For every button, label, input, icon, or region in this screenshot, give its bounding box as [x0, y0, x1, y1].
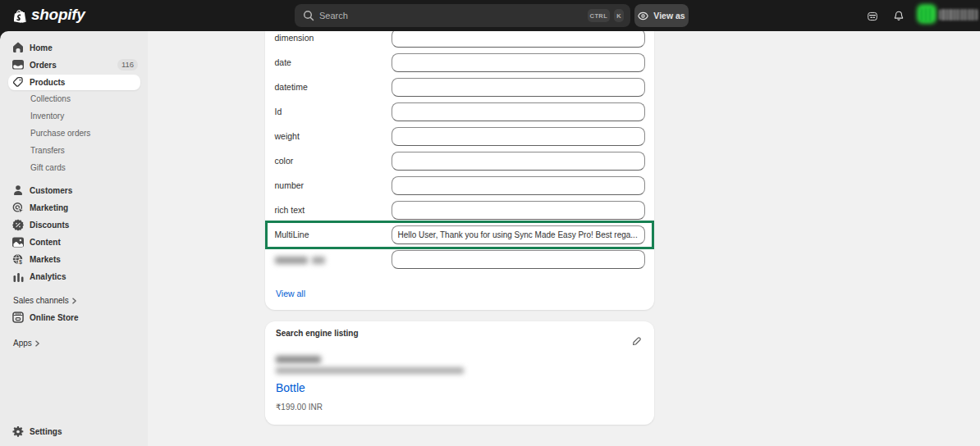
svg-text:$: $ — [19, 258, 22, 265]
